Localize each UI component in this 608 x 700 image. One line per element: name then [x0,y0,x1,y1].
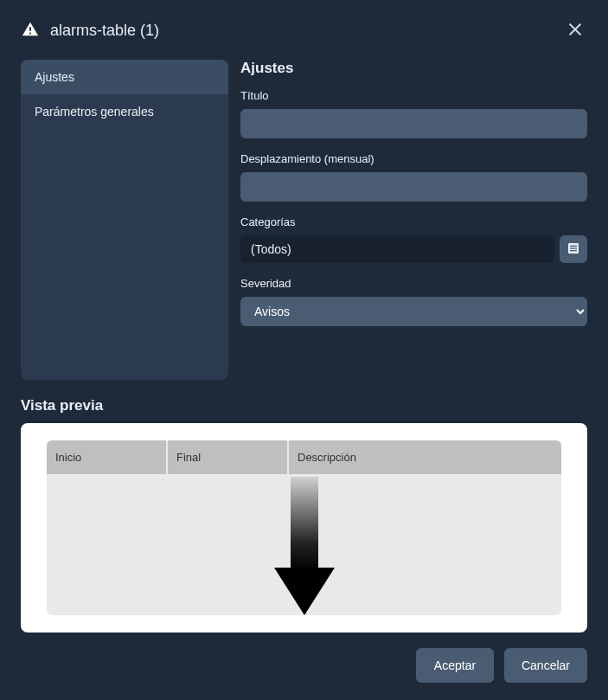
preview-inner: Inicio Final Descripción [47,440,561,615]
settings-panel: Ajustes Título Desplazamiento (mensual) … [240,60,587,380]
svg-rect-4 [570,247,577,248]
dialog-footer: Aceptar Cancelar [21,648,587,683]
titulo-input[interactable] [240,109,587,138]
field-severidad: Severidad Avisos [240,277,587,326]
svg-rect-0 [29,27,31,31]
field-titulo: Título [240,89,587,138]
sidebar: Ajustes Parámetros generales [21,60,228,380]
sidebar-item-ajustes[interactable]: Ajustes [21,60,228,94]
field-categorias: Categorías (Todos) [240,215,587,263]
warning-icon [21,20,40,42]
list-icon [566,241,580,258]
down-arrow-icon [274,477,335,615]
svg-rect-6 [291,477,318,572]
svg-rect-3 [570,245,577,246]
close-icon [566,21,584,41]
col-header-descripcion: Descripción [289,440,561,474]
panel-title: Ajustes [240,60,587,77]
severidad-select[interactable]: Avisos [240,297,587,326]
desplazamiento-label: Desplazamiento (mensual) [240,152,587,165]
preview-title: Vista previa [21,397,587,414]
categorias-picker-button[interactable] [560,235,587,263]
field-desplazamiento: Desplazamiento (mensual) [240,152,587,202]
preview-box: Inicio Final Descripción [21,423,587,633]
preview-section: Vista previa Inicio Final Descripción [21,397,587,633]
dialog-body: Ajustes Parámetros generales Ajustes Tít… [21,60,587,380]
dialog: alarms-table (1) Ajustes Parámetros gene… [0,0,608,700]
col-header-inicio: Inicio [47,440,168,474]
desplazamiento-input[interactable] [240,172,587,202]
dialog-header: alarms-table (1) [21,17,587,44]
accept-button[interactable]: Aceptar [416,648,494,683]
cancel-button[interactable]: Cancelar [504,648,587,683]
header-left: alarms-table (1) [21,20,159,42]
svg-rect-1 [29,32,31,34]
col-header-final: Final [168,440,289,474]
severidad-label: Severidad [240,277,587,290]
categorias-label: Categorías [240,215,587,228]
sidebar-item-parametros[interactable]: Parámetros generales [21,94,228,129]
titulo-label: Título [240,89,587,102]
sidebar-item-label: Ajustes [35,70,74,84]
dialog-title: alarms-table (1) [50,22,159,40]
close-button[interactable] [563,17,587,44]
categorias-value: (Todos) [240,235,554,263]
svg-rect-5 [570,250,577,251]
preview-table-header: Inicio Final Descripción [47,440,561,474]
sidebar-item-label: Parámetros generales [35,105,154,119]
